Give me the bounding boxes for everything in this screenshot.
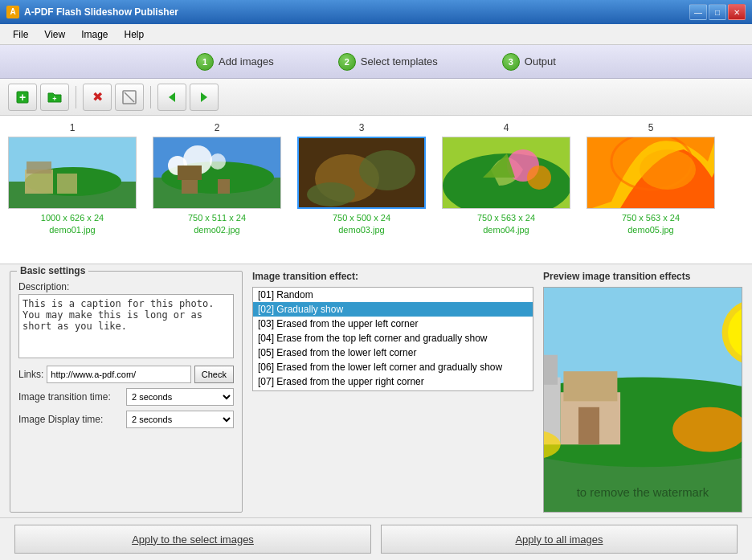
image-item-4[interactable]: 4 750 x 563 x 24 demo04.jpg bbox=[442, 122, 570, 237]
svg-text:✖: ✖ bbox=[92, 90, 103, 104]
transition-item-05[interactable]: [05] Erased from the lower left corner bbox=[253, 345, 533, 360]
transition-effects-col: Image transition effect: [01] Random[02]… bbox=[252, 271, 533, 513]
svg-marker-6 bbox=[169, 92, 175, 102]
menu-bar: File View Image Help bbox=[0, 24, 752, 45]
svg-line-5 bbox=[125, 92, 134, 102]
step-1-circle: 1 bbox=[196, 53, 214, 71]
step-2-label: Select templates bbox=[361, 55, 438, 67]
toolbar-separator-1 bbox=[76, 86, 76, 108]
display-time-label: Image Display time: bbox=[18, 414, 123, 425]
image-label-4: 4 bbox=[504, 122, 509, 133]
move-right-button[interactable] bbox=[190, 84, 219, 111]
svg-rect-45 bbox=[578, 407, 599, 445]
maximize-button[interactable]: □ bbox=[709, 4, 726, 20]
image-thumbnail-4 bbox=[442, 137, 570, 209]
clear-button[interactable] bbox=[115, 84, 144, 111]
close-button[interactable]: ✕ bbox=[728, 4, 746, 20]
step-3-label: Output bbox=[525, 55, 556, 67]
svg-point-27 bbox=[307, 182, 355, 206]
toolbar-separator-2 bbox=[150, 86, 151, 108]
svg-rect-21 bbox=[178, 166, 202, 180]
description-row: Description: bbox=[18, 281, 234, 361]
svg-point-31 bbox=[527, 166, 551, 190]
display-time-select[interactable]: 2 seconds 1 second 3 seconds 4 seconds 5… bbox=[126, 411, 234, 428]
transition-item-06[interactable]: [06] Erased from the lower left corner a… bbox=[253, 360, 533, 374]
transition-time-row: Image transition time: 2 seconds 1 secon… bbox=[18, 388, 234, 406]
menu-view[interactable]: View bbox=[36, 26, 73, 43]
image-dims-3: 750 x 500 x 24 demo03.jpg bbox=[333, 212, 390, 237]
toolbar: + + ✖ bbox=[0, 79, 752, 116]
apply-bar: Apply to the select images Apply to all … bbox=[0, 517, 752, 560]
svg-rect-22 bbox=[218, 179, 230, 194]
bottom-panel: Basic settings Description: Links: Check… bbox=[0, 264, 752, 560]
svg-rect-13 bbox=[57, 174, 77, 194]
image-item-1[interactable]: 1 1000 x 626 x 24 demo01.jpg bbox=[8, 122, 137, 237]
svg-point-25 bbox=[359, 150, 415, 190]
settings-area: Basic settings Description: Links: Check… bbox=[0, 264, 752, 517]
step-bar: 1 Add images 2 Select templates 3 Output bbox=[0, 45, 752, 79]
transition-time-select[interactable]: 2 seconds 1 second 3 seconds 4 seconds 5… bbox=[126, 388, 234, 406]
preview-col: Preview image transition effects bbox=[543, 271, 742, 513]
add-image-button[interactable]: + bbox=[8, 84, 37, 111]
image-thumbnail-1 bbox=[8, 137, 137, 209]
image-item-3[interactable]: 3 750 x 500 x 24 demo03.jpg bbox=[297, 122, 426, 237]
step-1-label: Add images bbox=[219, 55, 274, 67]
image-thumbnail-2 bbox=[153, 137, 281, 209]
minimize-button[interactable]: — bbox=[689, 4, 707, 20]
links-row: Links: Check bbox=[18, 366, 234, 383]
transition-item-08[interactable]: [08] Erased from the upper right corner … bbox=[253, 389, 533, 391]
basic-settings-section: Basic settings Description: Links: Check… bbox=[10, 271, 243, 513]
links-label: Links: bbox=[18, 369, 43, 380]
transition-item-03[interactable]: [03] Erased from the upper left corner bbox=[253, 317, 533, 331]
menu-file[interactable]: File bbox=[5, 26, 36, 43]
app-title: A-PDF Flash Slideshow Publisher bbox=[24, 6, 178, 18]
svg-text:to remove the watermark: to remove the watermark bbox=[577, 486, 709, 499]
delete-button[interactable]: ✖ bbox=[83, 84, 112, 111]
description-input[interactable] bbox=[18, 294, 234, 358]
add-folder-button[interactable]: + bbox=[40, 84, 69, 111]
image-dims-5: 750 x 563 x 24 demo05.jpg bbox=[622, 212, 680, 237]
step-1[interactable]: 1 Add images bbox=[196, 53, 274, 71]
image-label-5: 5 bbox=[648, 122, 654, 133]
image-label-3: 3 bbox=[359, 122, 365, 133]
basic-settings-col: Basic settings Description: Links: Check… bbox=[10, 271, 243, 513]
apply-all-button[interactable]: Apply to all images bbox=[381, 525, 738, 554]
display-time-row: Image Display time: 2 seconds 1 second 3… bbox=[18, 411, 234, 428]
description-label: Description: bbox=[18, 281, 234, 292]
svg-rect-12 bbox=[27, 161, 51, 174]
image-item-2[interactable]: 2 750 x 511 x bbox=[153, 122, 281, 237]
image-dims-4: 750 x 563 x 24 demo04.jpg bbox=[477, 212, 535, 237]
svg-rect-44 bbox=[563, 371, 617, 401]
move-left-button[interactable] bbox=[157, 84, 186, 111]
svg-rect-39 bbox=[544, 355, 558, 385]
menu-help[interactable]: Help bbox=[116, 26, 153, 43]
links-input[interactable] bbox=[47, 366, 190, 383]
transition-item-07[interactable]: [07] Erased from the upper right corner bbox=[253, 374, 533, 389]
transition-time-label: Image transition time: bbox=[18, 391, 123, 403]
basic-settings-title: Basic settings bbox=[17, 265, 88, 276]
transition-item-04[interactable]: [04] Erase from the top left corner and … bbox=[253, 331, 533, 345]
app-icon: A bbox=[6, 6, 19, 18]
step-2[interactable]: 2 Select templates bbox=[338, 53, 438, 71]
step-3[interactable]: 3 Output bbox=[502, 53, 556, 71]
transition-list[interactable]: [01] Random[02] Gradually show[03] Erase… bbox=[252, 287, 533, 391]
transition-item-02[interactable]: [02] Gradually show bbox=[253, 302, 533, 317]
apply-selected-button[interactable]: Apply to the select images bbox=[14, 525, 371, 554]
preview-box: to remove the watermark bbox=[543, 287, 742, 513]
svg-marker-7 bbox=[201, 92, 207, 102]
check-button[interactable]: Check bbox=[194, 366, 234, 383]
main-content: 1 Add images 2 Select templates 3 Output… bbox=[0, 45, 752, 560]
svg-text:+: + bbox=[52, 95, 56, 103]
menu-image[interactable]: Image bbox=[73, 26, 116, 43]
image-label-2: 2 bbox=[215, 122, 220, 133]
svg-point-34 bbox=[640, 149, 696, 190]
image-dims-1: 1000 x 626 x 24 demo01.jpg bbox=[41, 212, 104, 237]
image-label-1: 1 bbox=[70, 122, 76, 133]
preview-title: Preview image transition effects bbox=[543, 271, 742, 282]
step-2-circle: 2 bbox=[338, 53, 356, 71]
image-item-5[interactable]: 5 750 x 563 x 24 demo05.jpg bbox=[586, 122, 715, 237]
transition-item-01[interactable]: [01] Random bbox=[253, 288, 533, 302]
svg-point-19 bbox=[210, 153, 226, 170]
image-thumbnail-3 bbox=[297, 137, 426, 209]
image-thumbnail-5 bbox=[586, 137, 715, 209]
